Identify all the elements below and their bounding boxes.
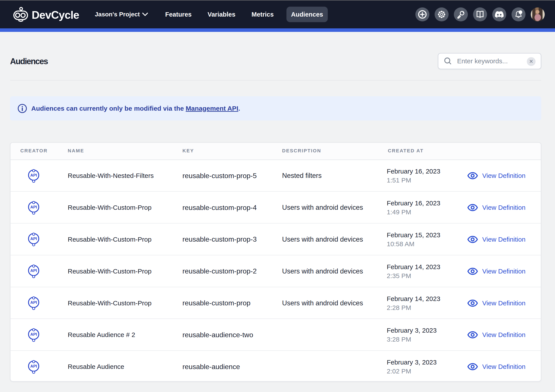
svg-text:API: API [30, 173, 37, 178]
svg-text:API: API [30, 268, 37, 273]
svg-text:API: API [30, 364, 37, 368]
svg-text:API: API [30, 236, 37, 241]
svg-text:API: API [30, 205, 37, 209]
svg-text:API: API [30, 300, 37, 305]
svg-text:API: API [30, 332, 37, 336]
